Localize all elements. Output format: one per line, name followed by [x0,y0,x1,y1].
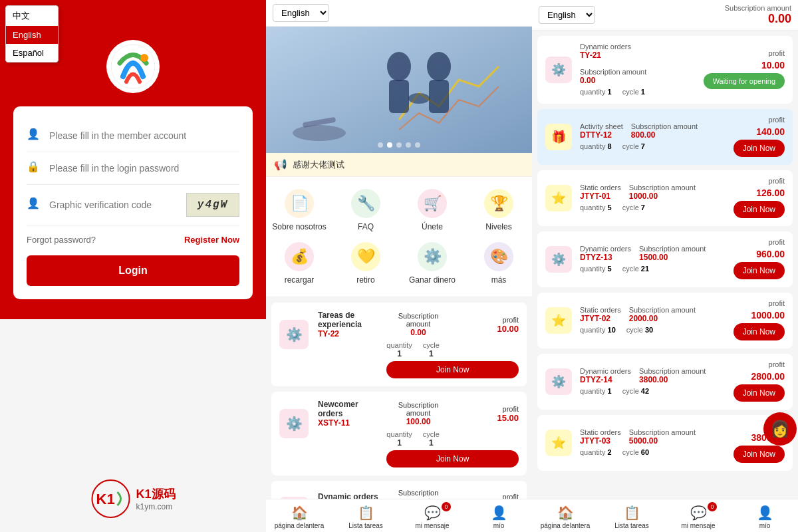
login-card: 👤 🔒 👤 y4gW Forgot password? Register Now… [13,106,253,299]
join-btn-0[interactable]: Join Now [386,361,519,378]
login-button[interactable]: Login [27,255,239,286]
rnav-icon-1: 📋 [624,505,640,521]
account-input[interactable] [49,130,239,141]
customer-service-avatar[interactable]: 👩 [763,412,797,466]
dot-4[interactable] [406,142,411,148]
bottom-logo-text: K1源码 k1ym.com [136,486,175,511]
icon-label-0: Sobre nosotros [272,222,326,231]
middle-nav-item-2[interactable]: 0 💬 mi mensaje [399,505,466,529]
icon-item-4[interactable]: 💰 recargar [266,237,332,290]
icon-circle-7: 🎨 [484,242,513,271]
middle-nav-item-1[interactable]: 📋 Lista tareas [332,505,399,529]
right-lang-select[interactable]: English 中文 Español [539,6,595,24]
captcha-input-wrap: y4gW [49,193,239,217]
right-header: English 中文 Español Subscription amount 0… [532,0,798,31]
right-nav-item-1[interactable]: 📋 Lista tareas [598,505,665,529]
hero-banner-img [266,27,532,153]
banner-dots [378,142,420,148]
middle-nav-item-3[interactable]: 👤 mío [466,505,532,529]
right-nav-item-0[interactable]: 🏠 página delantera [532,505,598,529]
icon-circle-4: 💰 [285,242,314,271]
captcha-input[interactable] [49,200,186,210]
marquee-bar: 📢 感谢大佬测试 [266,153,532,177]
right-nav-item-2[interactable]: 0 💬 mi mensaje [665,505,732,529]
middle-cards-scroll: ⚙️ Tareas de experiencia TY-22 Subscript… [266,297,532,499]
rcard-info-6: Static orders JTYT-03 Subscription amoun… [580,428,728,456]
nav-label-0: página delantera [275,522,325,529]
icon-item-6[interactable]: ⚙️ Ganar dinero [399,237,466,290]
rcard-btn-3[interactable]: Join Now [733,262,785,279]
register-link[interactable]: Register Now [184,235,239,245]
card-icon-1: ⚙️ [279,409,309,438]
rcard-icon-3: ⚙️ [545,246,572,273]
rnav-label-2: mi mensaje [681,522,715,529]
password-input-row: 🔒 [27,152,239,185]
forgot-register-row: Forgot password? Register Now [27,225,239,251]
forgot-password-link[interactable]: Forgot password? [27,235,96,245]
account-input-row: 👤 [27,120,239,152]
dot-1[interactable] [378,142,383,148]
middle-lang-select[interactable]: English 中文 Español [273,4,329,22]
nav-label-1: Lista tareas [348,522,383,529]
svg-rect-10 [429,80,449,113]
rnav-icon-3: 👤 [757,505,773,521]
nav-label-3: mío [493,522,505,529]
rnav-label-1: Lista tareas [614,522,649,529]
rcard-btn-2[interactable]: Join Now [733,201,785,218]
svg-point-0 [111,45,155,88]
icon-grid: 📄 Sobre nosotros 🔧 FAQ 🛒 Únete 🏆 Niveles… [266,177,532,297]
password-input[interactable] [49,163,239,174]
captcha-row: 👤 y4gW [27,185,239,225]
nav-icon-3: 👤 [491,505,507,521]
icon-item-3[interactable]: 🏆 Niveles [466,184,532,237]
right-card-5: ⚙️ Dynamic orders DTYZ-14 Subscription a… [537,354,793,410]
svg-point-1 [140,54,148,62]
card-sub-1: Subscription amount 100.00 [386,401,450,426]
middle-nav-item-0[interactable]: 🏠 página delantera [266,505,332,529]
rcard-action-2: profit 126.00 Join Now [733,177,785,218]
rcard-info-2: Static orders JTYT-01 Subscription amoun… [580,184,728,211]
icon-item-2[interactable]: 🛒 Únete [399,184,466,237]
icon-circle-5: 💛 [351,242,380,271]
dot-2[interactable] [387,142,392,148]
captcha-icon: 👤 [27,197,43,213]
rcard-icon-1: 🎁 [545,124,572,150]
dot-5[interactable] [415,142,420,148]
icon-circle-0: 📄 [285,189,314,218]
k1-name: K1源码 [136,486,175,502]
lang-option-es[interactable]: Español [6,44,58,62]
rcard-btn-5[interactable]: Join Now [733,384,785,402]
right-nav-item-3[interactable]: 👤 mío [732,505,798,529]
rnav-icon-2: 💬 [690,505,707,521]
bottom-logo: K1 K1源码 k1ym.com [90,479,175,519]
card-type-1: Newcomer orders XSTY-11 [318,400,381,428]
icon-item-0[interactable]: 📄 Sobre nosotros [266,184,332,237]
card-type-2: Dynamic orders TY-21 [318,492,381,499]
join-btn-1[interactable]: Join Now [386,450,519,467]
svg-point-5 [293,125,346,141]
captcha-image[interactable]: y4gW [186,193,239,217]
svg-point-7 [387,52,411,81]
card-profit-1: profit 15.00 [456,405,519,423]
icon-circle-1: 🔧 [351,189,380,218]
card-qty-cycle-1: quantity 1 cycle 1 [386,430,450,448]
sub-amount-label: Subscription amount [725,4,791,12]
rnav-label-0: página delantera [541,522,591,529]
rcard-btn-4[interactable]: Join Now [733,323,785,340]
lang-option-en[interactable]: English [6,26,58,44]
speaker-icon: 📢 [274,158,287,171]
right-card-6: ⭐ Static orders JTYT-03 Subscription amo… [537,415,793,471]
dot-3[interactable] [396,142,402,148]
rcard-action-0: profit 10.00 Waiting for opening [704,49,785,89]
card-sub-0: Subscription amount 0.00 [386,312,450,337]
icon-item-1[interactable]: 🔧 FAQ [332,184,399,237]
rcard-btn-1[interactable]: Join Now [733,140,785,157]
icon-label-5: retiro [356,275,374,285]
sub-amount-val: 0.00 [725,12,791,26]
middle-card-1: ⚙️ Newcomer orders XSTY-11 Subscription … [271,392,527,475]
icon-item-7[interactable]: 🎨 más [466,237,532,290]
rcard-btn-0[interactable]: Waiting for opening [704,73,785,89]
icon-item-5[interactable]: 💛 retiro [332,237,399,290]
lang-option-zh[interactable]: 中文 [6,6,58,26]
icon-label-6: Ganar dinero [409,275,456,285]
